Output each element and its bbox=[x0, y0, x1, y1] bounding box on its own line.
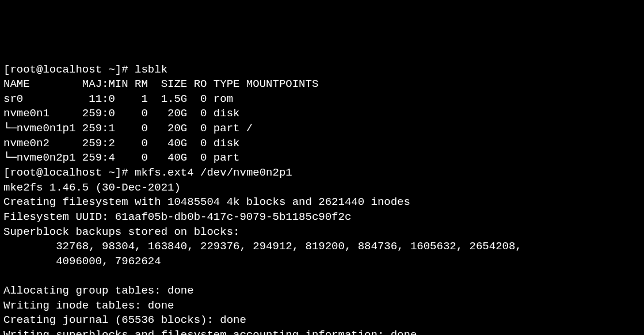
mkfs-output-line: Writing inode tables: done bbox=[3, 299, 174, 312]
command-text: mkfs.ext4 /dev/nvme0n2p1 bbox=[135, 166, 292, 179]
mkfs-output-line: 4096000, 7962624 bbox=[3, 255, 161, 268]
mkfs-output-line: Writing superblocks and filesystem accou… bbox=[3, 329, 417, 335]
lsblk-row: └─nvme0n2p1 259:4 0 40G 0 part bbox=[3, 151, 239, 164]
mkfs-output-line: Creating journal (65536 blocks): done bbox=[3, 314, 246, 326]
lsblk-row: nvme0n1 259:0 0 20G 0 disk bbox=[3, 107, 239, 120]
shell-prompt: [root@localhost ~]# bbox=[3, 166, 135, 179]
shell-prompt: [root@localhost ~]# bbox=[3, 63, 135, 76]
lsblk-row: └─nvme0n1p1 259:1 0 20G 0 part / bbox=[3, 122, 253, 135]
terminal-output: [root@localhost ~]# lsblk NAME MAJ:MIN R… bbox=[3, 63, 641, 335]
command-text: lsblk bbox=[135, 63, 167, 76]
mkfs-output-line: Superblock backups stored on blocks: bbox=[3, 226, 239, 238]
lsblk-row: sr0 11:0 1 1.5G 0 rom bbox=[3, 93, 233, 105]
mkfs-output-line: Allocating group tables: done bbox=[3, 284, 194, 297]
mkfs-output-line: Creating filesystem with 10485504 4k blo… bbox=[3, 196, 410, 208]
lsblk-header: NAME MAJ:MIN RM SIZE RO TYPE MOUNTPOINTS bbox=[3, 78, 318, 90]
mkfs-output-line: mke2fs 1.46.5 (30-Dec-2021) bbox=[3, 181, 181, 194]
lsblk-row: nvme0n2 259:2 0 40G 0 disk bbox=[3, 137, 239, 150]
mkfs-output-line: 32768, 98304, 163840, 229376, 294912, 81… bbox=[3, 240, 522, 253]
mkfs-output-line: Filesystem UUID: 61aaf05b-db0b-417c-9079… bbox=[3, 211, 351, 223]
